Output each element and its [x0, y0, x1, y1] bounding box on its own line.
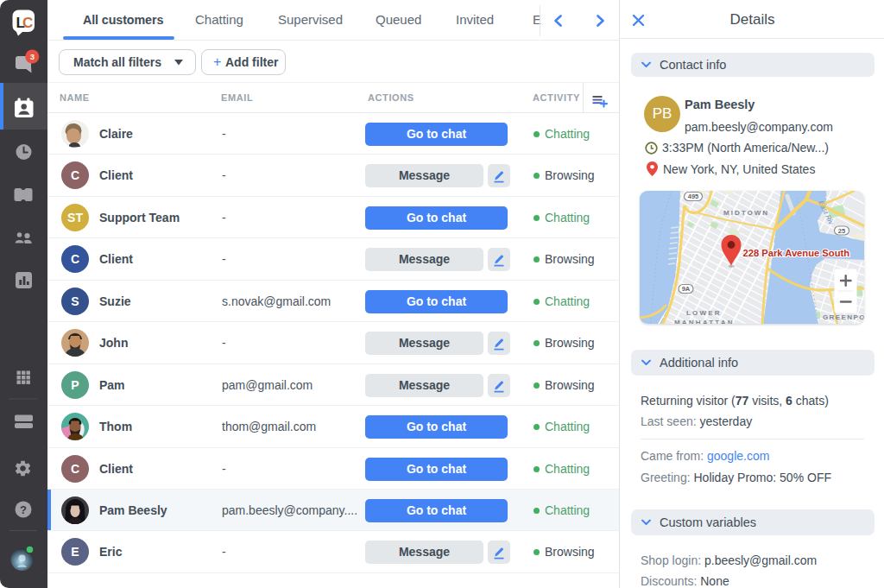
svg-text:?: ? [20, 503, 27, 516]
svg-text:LOWER: LOWER [686, 309, 722, 317]
svg-text:MANHATTAN: MANHATTAN [674, 319, 735, 324]
svg-text:25: 25 [838, 227, 845, 235]
svg-text:GREENPOINT: GREENPOINT [823, 313, 864, 321]
svg-text:228 Park Avenue South: 228 Park Avenue South [743, 248, 850, 258]
svg-text:C: C [22, 15, 33, 31]
svg-text:9A: 9A [682, 285, 691, 293]
svg-text:495: 495 [688, 193, 699, 200]
svg-text:MIDTOWN: MIDTOWN [723, 209, 769, 217]
svg-text:3: 3 [30, 52, 35, 61]
